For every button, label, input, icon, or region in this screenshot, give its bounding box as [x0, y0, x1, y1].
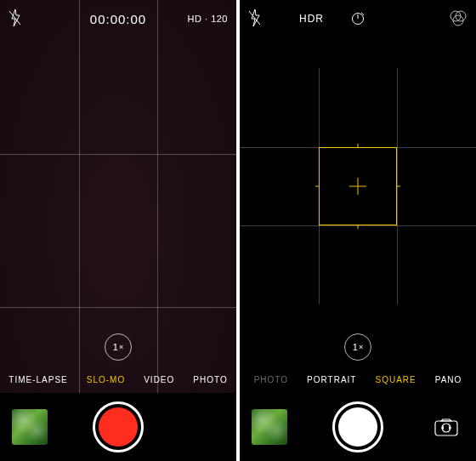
camera-screen-square: HDR 1× PHOTO PORTRAIT SQUARE PANO: [240, 0, 476, 461]
mode-square[interactable]: SQUARE: [375, 375, 416, 384]
shutter-inner: [99, 407, 138, 447]
viewfinder[interactable]: [0, 0, 236, 461]
mode-slo-mo[interactable]: SLO-MO: [87, 375, 125, 384]
camera-screen-slomo: 00:00:00 HD · 120 1× TIME-LAPSE SLO-MO V…: [0, 0, 236, 461]
camera-flip-icon: [434, 417, 459, 437]
mode-selector[interactable]: TIME-LAPSE SLO-MO VIDEO PHOTO: [0, 367, 236, 391]
filters-icon[interactable]: [449, 9, 468, 30]
svg-line-1: [249, 11, 260, 25]
zoom-value: 1: [353, 342, 358, 352]
zoom-x: ×: [359, 343, 363, 351]
mode-photo[interactable]: PHOTO: [254, 375, 288, 384]
bottom-bar: [0, 393, 236, 461]
bottom-bar: [240, 393, 476, 461]
bottom-right-spacer: [189, 409, 224, 445]
zoom-button[interactable]: 1×: [344, 333, 371, 361]
timer-icon[interactable]: [350, 10, 366, 28]
mode-selector[interactable]: PHOTO PORTRAIT SQUARE PANO: [240, 367, 476, 391]
zoom-button[interactable]: 1×: [105, 333, 132, 361]
viewfinder[interactable]: [240, 0, 476, 461]
mode-video[interactable]: VIDEO: [144, 375, 174, 384]
mode-photo[interactable]: PHOTO: [193, 375, 227, 384]
composition-grid: [0, 0, 236, 461]
square-viewfinder: [240, 68, 476, 304]
mode-pano[interactable]: PANO: [435, 375, 462, 384]
shutter-inner: [338, 407, 377, 447]
zoom-value: 1: [113, 342, 118, 352]
flash-off-icon[interactable]: [248, 9, 262, 29]
hdr-button[interactable]: HDR: [299, 13, 324, 25]
mode-time-lapse[interactable]: TIME-LAPSE: [8, 375, 67, 384]
focus-crosshair-icon: [349, 178, 366, 195]
top-bar: 00:00:00 HD · 120: [0, 0, 236, 37]
mode-portrait[interactable]: PORTRAIT: [307, 375, 356, 384]
shutter-button[interactable]: [332, 401, 383, 452]
last-photo-thumbnail[interactable]: [12, 409, 48, 445]
top-bar: HDR: [240, 0, 476, 37]
zoom-x: ×: [119, 343, 123, 351]
video-quality[interactable]: HD · 120: [188, 14, 228, 24]
camera-flip-button[interactable]: [428, 409, 464, 445]
shutter-button[interactable]: [93, 401, 144, 452]
focus-indicator[interactable]: [319, 147, 398, 226]
last-photo-thumbnail[interactable]: [252, 409, 287, 445]
